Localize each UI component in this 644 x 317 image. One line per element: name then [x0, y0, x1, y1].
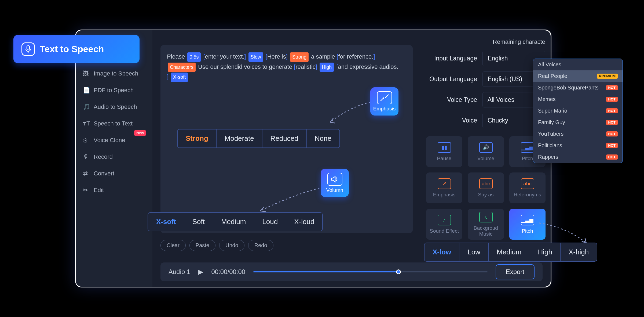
- bracket-close-icon: ]: [167, 73, 169, 80]
- editor-text: enter your text.: [205, 53, 244, 60]
- emphasis-options: Strong Moderate Reduced None: [177, 129, 340, 148]
- tool-grid: ▮▮ Pause 🔊 Volume ▁▃▅ Pitch ⤢ Emphasis a…: [426, 136, 545, 240]
- dropdown-item[interactable]: SpongeBob SquarePantsHOT: [533, 82, 623, 93]
- field-label: Voice: [421, 117, 482, 124]
- dropdown-item[interactable]: Family GuyHOT: [533, 117, 623, 128]
- clear-button[interactable]: Clear: [160, 240, 186, 251]
- pause-icon: ▮▮: [438, 142, 451, 153]
- tool-label: Emphasis: [433, 192, 455, 198]
- tool-label: Pitch: [522, 156, 533, 161]
- sidebar-item-speech-to-text[interactable]: ᴛT Speech to Text: [76, 115, 152, 132]
- tool-label: Sound Effect: [430, 228, 459, 234]
- sidebar-item-audio-to-speech[interactable]: 🎵 Audio to Speech: [76, 99, 152, 115]
- pitch-options: X-low Low Medium High X-high: [424, 243, 597, 262]
- tool-volume[interactable]: 🔊 Volume: [468, 136, 504, 167]
- volume-tag[interactable]: X-soft: [171, 73, 188, 82]
- hot-badge: HOT: [606, 120, 618, 125]
- bracket-close-icon: ]: [316, 63, 317, 70]
- play-button[interactable]: ▶: [198, 268, 203, 276]
- volume-option-xsoft[interactable]: X-soft: [148, 213, 184, 231]
- volume-popout: Volumn: [321, 169, 349, 197]
- pitch-tag[interactable]: High: [320, 63, 334, 72]
- tool-background-music[interactable]: ♫ Backgroud Music: [468, 209, 504, 240]
- image-icon: 🖼: [83, 70, 90, 77]
- text-icon: ᴛT: [83, 120, 90, 127]
- paste-button[interactable]: Paste: [189, 240, 215, 251]
- time-display: 00:00/00:00: [211, 268, 245, 276]
- bgm-icon: ♫: [479, 212, 493, 222]
- sidebar-item-edit[interactable]: ✂ Edit: [76, 182, 152, 199]
- pitch-option-high[interactable]: High: [530, 243, 561, 261]
- tool-label: Volume: [477, 156, 494, 161]
- sidebar-item-convert[interactable]: ⇄ Convert: [76, 165, 152, 182]
- mic-icon: [21, 42, 35, 56]
- volume-options: X-soft Soft Medium Loud X-loud: [148, 212, 323, 231]
- pause-tag[interactable]: 0.5s: [187, 52, 201, 62]
- slider-fill: [253, 271, 398, 272]
- volume-option-loud[interactable]: Loud: [254, 213, 286, 231]
- volume-option-soft[interactable]: Soft: [184, 213, 213, 231]
- characters-tag[interactable]: Characters: [168, 63, 196, 72]
- sidebar-item-label: PDF to Speech: [94, 87, 134, 94]
- hot-badge: HOT: [606, 108, 618, 113]
- sidebar-item-pdf-to-speech[interactable]: 📄 PDF to Speech: [76, 82, 152, 99]
- editor-text: Please: [167, 53, 185, 60]
- dropdown-label: Memes: [538, 96, 556, 102]
- emphasis-option-strong[interactable]: Strong: [178, 129, 217, 147]
- sidebar-item-image-to-speech[interactable]: 🖼 Image to Speech: [76, 65, 152, 82]
- undo-button[interactable]: Undo: [219, 240, 244, 251]
- sayas-icon: abc: [479, 178, 493, 189]
- editor-text: Use our splendid voices to generate: [198, 63, 292, 70]
- clone-icon: ⎘: [83, 137, 90, 144]
- tts-badge: Text to Speech: [13, 35, 140, 63]
- sidebar-item-record[interactable]: 🎙 Record: [76, 149, 152, 165]
- emphasis-tag[interactable]: Strong: [290, 52, 309, 62]
- pitch-option-medium[interactable]: Medium: [489, 243, 530, 261]
- volume-option-xloud[interactable]: X-loud: [286, 213, 322, 231]
- emphasis-option-moderate[interactable]: Moderate: [217, 129, 262, 147]
- pitch-option-low[interactable]: Low: [459, 243, 489, 261]
- tool-label: Say as: [478, 192, 493, 198]
- dropdown-item[interactable]: YouTubersHOT: [533, 128, 623, 140]
- dropdown-label: Rappers: [538, 154, 558, 160]
- editor-text: a sample: [311, 53, 335, 60]
- progress-slider[interactable]: [253, 271, 487, 272]
- emphasis-option-none[interactable]: None: [307, 129, 339, 147]
- dropdown-item[interactable]: Super MarioHOT: [533, 105, 623, 117]
- tool-emphasis[interactable]: ⤢ Emphasis: [426, 172, 462, 203]
- emphasis-feature-icon: Emphasis: [370, 87, 398, 116]
- tool-label: Heteronyms: [514, 192, 541, 198]
- editor-actions: Clear Paste Undo Redo: [160, 240, 273, 251]
- tool-sound-effect[interactable]: ♪ Sound Effect: [426, 209, 462, 240]
- pitch-option-xlow[interactable]: X-low: [425, 243, 459, 261]
- dropdown-label: SpongeBob SquarePants: [538, 85, 599, 91]
- convert-icon: ⇄: [83, 170, 90, 177]
- dropdown-item[interactable]: RappersHOT: [533, 151, 623, 163]
- connector-arrow-icon: [258, 185, 322, 215]
- field-label: Output Language: [421, 75, 482, 83]
- tool-say-as[interactable]: abc Say as: [468, 172, 504, 203]
- tool-pause[interactable]: ▮▮ Pause: [426, 136, 462, 167]
- sidebar: 🖼 Image to Speech 📄 PDF to Speech 🎵 Audi…: [76, 30, 152, 287]
- dropdown-item[interactable]: All Voices: [533, 59, 623, 70]
- pitch-option-xhigh[interactable]: X-high: [561, 243, 597, 261]
- slider-thumb[interactable]: [396, 269, 401, 274]
- volume-option-medium[interactable]: Medium: [213, 213, 254, 231]
- right-panel: Remaining characte Input Language Englis…: [421, 36, 545, 240]
- dropdown-label: All Voices: [538, 62, 561, 68]
- redo-button[interactable]: Redo: [248, 240, 273, 251]
- export-button[interactable]: Export: [496, 264, 535, 279]
- emphasis-popout: Emphasis: [370, 87, 398, 116]
- dropdown-item[interactable]: PoliticiansHOT: [533, 140, 623, 151]
- sidebar-item-voice-clone[interactable]: ⎘ Voice Clone New: [76, 132, 152, 149]
- tool-heteronyms[interactable]: abc Heteronyms: [509, 172, 546, 203]
- tool-label: Backgroud Music: [468, 225, 504, 237]
- new-badge: New: [134, 130, 146, 136]
- emphasis-option-reduced[interactable]: Reduced: [262, 129, 307, 147]
- connector-arrow-icon: [327, 99, 373, 126]
- dropdown-item[interactable]: Real PeoplePREMIUM: [533, 70, 623, 82]
- bracket-close-icon: ]: [373, 53, 375, 60]
- speed-tag[interactable]: Slow: [248, 52, 263, 62]
- dropdown-label: Politicians: [538, 142, 562, 149]
- dropdown-item[interactable]: MemesHOT: [533, 93, 623, 105]
